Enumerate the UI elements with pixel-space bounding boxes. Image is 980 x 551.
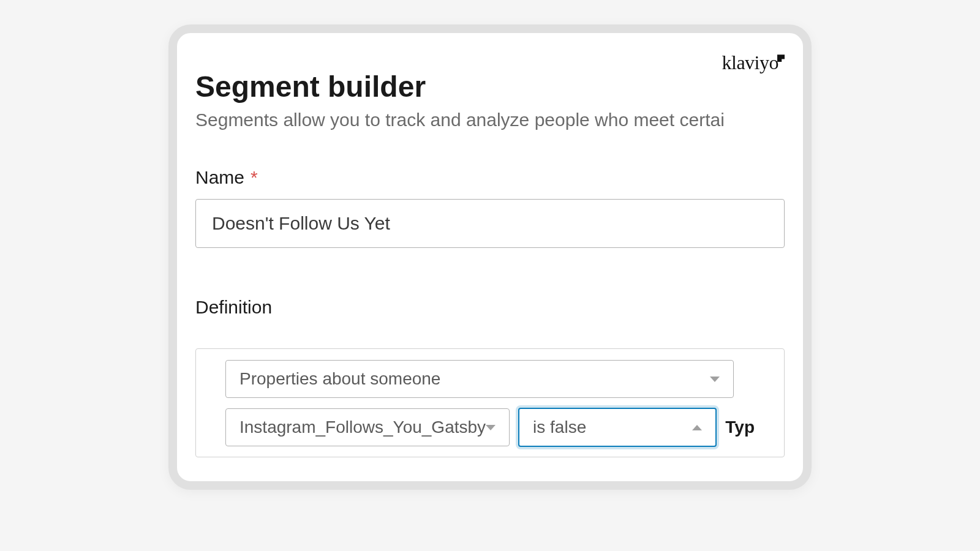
brand-text: klaviyo: [722, 51, 778, 73]
page-subtitle: Segments allow you to track and analyze …: [195, 110, 785, 130]
name-label-text: Name: [195, 167, 244, 188]
segment-name-input[interactable]: [195, 199, 785, 248]
operator-select[interactable]: is false: [518, 408, 717, 447]
rule-type-select[interactable]: Properties about someone: [225, 360, 734, 398]
chevron-down-icon: [710, 377, 720, 382]
device-frame: klaviyo Segment builder Segments allow y…: [168, 24, 812, 490]
property-select[interactable]: Instagram_Follows_You_Gatsby: [225, 408, 510, 446]
type-label-partial: Typ: [725, 418, 755, 437]
required-asterisk: *: [251, 167, 258, 188]
definition-section-label: Definition: [195, 297, 785, 318]
rule-type-value: Properties about someone: [239, 369, 440, 389]
page-title: Segment builder: [195, 70, 785, 103]
content-area: klaviyo Segment builder Segments allow y…: [177, 33, 803, 481]
chevron-down-icon: [486, 425, 496, 430]
name-field-label: Name *: [195, 167, 785, 188]
operator-value: is false: [533, 418, 586, 437]
definition-rule-box: Properties about someone Instagram_Follo…: [195, 348, 785, 457]
chevron-up-icon: [692, 425, 702, 430]
brand-mark-icon: [777, 54, 785, 62]
brand-logo: klaviyo: [722, 51, 785, 74]
property-value: Instagram_Follows_You_Gatsby: [239, 418, 486, 437]
